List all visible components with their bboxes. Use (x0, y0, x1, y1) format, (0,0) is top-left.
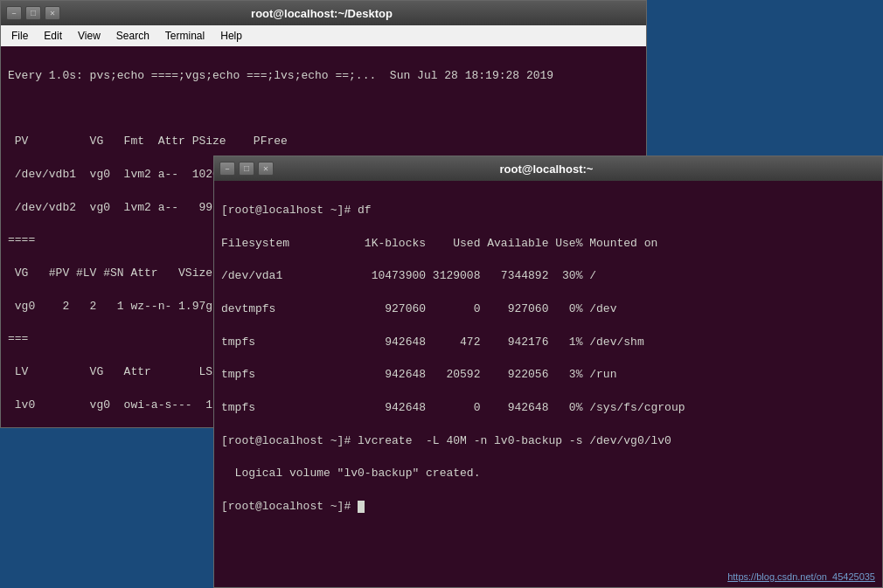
main-window-title: root@localhost:~/Desktop (60, 7, 583, 20)
terminal-cursor (358, 501, 365, 513)
menu-terminal[interactable]: Terminal (158, 28, 212, 44)
line-2: PV VG Fmt Attr PSize PFree (8, 135, 288, 148)
s-line-9: [root@localhost ~]# (221, 500, 358, 513)
s-line-8: Logical volume "lv0-backup" created. (221, 467, 480, 480)
main-titlebar: – □ ✕ root@localhost:~/Desktop (1, 1, 646, 25)
s-line-6: tmpfs 942648 0 942648 0% /sys/fs/cgroup (221, 401, 685, 414)
second-maximize-button[interactable]: □ (239, 162, 254, 176)
main-window-controls: – □ ✕ (6, 6, 60, 20)
s-line-0: [root@localhost ~]# df (221, 204, 372, 217)
minimize-button[interactable]: – (6, 6, 22, 20)
s-line-3: devtmpfs 927060 0 927060 0% /dev (221, 302, 616, 315)
footer-link-area: https://blog.csdn.net/on_45425035 (727, 571, 875, 582)
menu-file[interactable]: File (4, 28, 35, 44)
close-button[interactable]: ✕ (45, 6, 60, 20)
s-line-1: Filesystem 1K-blocks Used Available Use%… (221, 237, 657, 250)
menu-search[interactable]: Search (109, 28, 156, 44)
menu-help[interactable]: Help (213, 28, 249, 44)
second-window-title: root@localhost:~ (274, 163, 819, 176)
s-line-7: [root@localhost ~]# lvcreate -L 40M -n l… (221, 434, 671, 447)
second-terminal-content: [root@localhost ~]# df Filesystem 1K-blo… (214, 181, 882, 587)
menu-edit[interactable]: Edit (37, 28, 69, 44)
line-8: === (8, 332, 28, 345)
line-10: lv0 vg0 owi-a-s--- 1.46g (8, 398, 240, 412)
second-minimize-button[interactable]: – (219, 162, 235, 176)
main-menubar: File Edit View Search Terminal Help (1, 25, 646, 46)
menu-view[interactable]: View (71, 28, 108, 44)
footer-csdn-link[interactable]: https://blog.csdn.net/on_45425035 (727, 571, 875, 582)
second-close-button[interactable]: ✕ (258, 162, 274, 176)
maximize-button[interactable]: □ (25, 6, 41, 20)
s-line-2: /dev/vda1 10473900 3129008 7344892 30% / (221, 269, 596, 282)
s-line-5: tmpfs 942648 20592 922056 3% /run (221, 368, 616, 381)
line-5: ==== (8, 233, 35, 246)
s-line-4: tmpfs 942648 472 942176 1% /dev/shm (221, 336, 644, 349)
line-0: Every 1.0s: pvs;echo ====;vgs;echo ===;l… (8, 69, 553, 82)
second-window-controls: – □ ✕ (219, 162, 274, 176)
second-terminal: – □ ✕ root@localhost:~ [root@localhost ~… (213, 156, 883, 588)
second-titlebar: – □ ✕ root@localhost:~ (214, 156, 882, 181)
